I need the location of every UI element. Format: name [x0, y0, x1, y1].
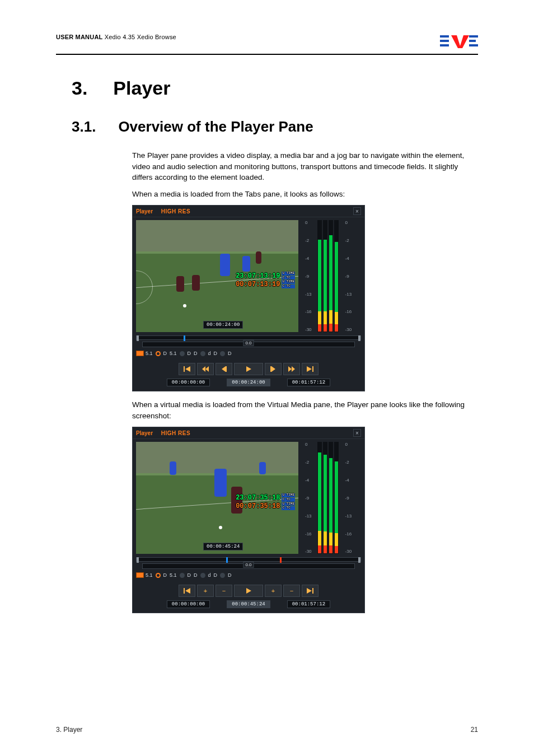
svg-rect-6 — [184, 366, 185, 372]
close-icon: × — [355, 208, 359, 214]
player-pane-virtual-media: Player HIGH RES × — [132, 427, 365, 613]
audio-monitor-toggle[interactable] — [220, 573, 225, 578]
svg-rect-4 — [469, 40, 476, 42]
player-close-button[interactable]: × — [353, 207, 361, 215]
tc-current-field[interactable]: 00:00:24:00 — [227, 379, 270, 386]
paragraph-caption-b: When a virtual media is loaded from the … — [132, 399, 478, 421]
h1-number: 3. — [72, 77, 87, 99]
doc-header-module: Xedio Browse — [137, 34, 176, 40]
goto-start-button[interactable] — [179, 363, 195, 375]
jog-speed-label: 0.0 — [243, 340, 254, 346]
svg-marker-7 — [185, 366, 190, 372]
evs-logo — [440, 34, 478, 48]
svg-marker-10 — [222, 366, 226, 372]
media-bar[interactable] — [136, 557, 361, 562]
svg-rect-11 — [226, 366, 227, 372]
tc-in-field[interactable]: 00:00:00:00 — [167, 600, 210, 608]
video-display[interactable]: 23:07:35:18 U TIMEC TC 00:07:35:18 U TIM… — [136, 442, 298, 554]
burnt-in-timecode: 23:07:35:18 U TIMEC TC 00:07:35:18 U TIM… — [236, 493, 295, 510]
audio-scale-right: 0 -2 -4 -9 -13 -16 -30 — [344, 442, 352, 554]
video-timecode-overlay: 00:00:24:00 — [203, 321, 243, 329]
doc-header-product: Xedio 4.35 — [105, 34, 135, 40]
mark-out-plus-button[interactable]: + — [265, 585, 282, 597]
audio-meters — [317, 442, 339, 554]
tc-out-field[interactable]: 00:01:57:12 — [287, 600, 330, 608]
jog-bar[interactable]: 0.0 — [142, 563, 355, 569]
h2-title: Overview of the Player Pane — [118, 118, 313, 136]
fast-rewind-button[interactable] — [197, 363, 214, 375]
audio-monitor-toggle[interactable] — [200, 351, 205, 356]
video-display[interactable]: 23:07:13:19 U TIMEC TC 00:07:13:19 U TIM… — [136, 220, 298, 332]
player-label: Player — [136, 208, 153, 214]
close-icon: × — [355, 430, 359, 436]
goto-start-button[interactable] — [179, 585, 195, 597]
svg-marker-8 — [202, 366, 205, 372]
transport-controls — [133, 360, 364, 377]
svg-rect-0 — [440, 35, 449, 38]
jog-speed-label: 0.0 — [243, 562, 254, 568]
svg-marker-21 — [246, 588, 251, 594]
transport-controls: + − + − — [133, 581, 364, 599]
svg-marker-9 — [205, 366, 209, 372]
goto-end-button[interactable] — [302, 363, 318, 375]
svg-rect-5 — [469, 44, 478, 46]
media-cut-marker[interactable] — [280, 557, 282, 563]
audio-monitor-toggle[interactable] — [220, 351, 225, 356]
svg-marker-14 — [271, 366, 275, 372]
burnt-in-timecode: 23:07:13:19 U TIMEC TC 00:07:13:19 U TIM… — [236, 272, 295, 288]
svg-rect-1 — [440, 40, 449, 42]
jog-bar[interactable]: 0.0 — [142, 342, 355, 347]
player-res-label: HIGH RES — [161, 208, 190, 214]
svg-rect-13 — [270, 366, 271, 372]
audio-monitor-toggle[interactable] — [156, 573, 161, 578]
step-back-button[interactable] — [216, 363, 232, 375]
mark-in-plus-button[interactable]: + — [197, 585, 214, 597]
audio-selection-row: 5.1 D 5.1 D D d D D — [133, 572, 364, 581]
play-button[interactable] — [234, 585, 263, 597]
video-timecode-overlay: 00:00:45:24 — [203, 543, 243, 550]
svg-rect-3 — [469, 35, 478, 38]
mark-out-minus-button[interactable]: − — [283, 585, 300, 597]
svg-rect-2 — [440, 44, 449, 46]
tc-out-field[interactable]: 00:01:57:12 — [287, 379, 330, 386]
media-bar[interactable] — [136, 335, 361, 340]
media-position-marker[interactable] — [184, 335, 185, 341]
mark-in-minus-button[interactable]: − — [216, 585, 232, 597]
step-fwd-button[interactable] — [265, 363, 282, 375]
audio-meters — [317, 220, 339, 332]
footer-section: 3. Player — [56, 726, 82, 734]
goto-end-button[interactable] — [302, 585, 318, 597]
doc-header: USER MANUAL Xedio 4.35 Xedio Browse — [56, 34, 176, 40]
media-position-marker[interactable] — [226, 557, 228, 563]
audio-monitor-toggle[interactable] — [180, 351, 185, 356]
header-rule — [56, 54, 478, 55]
play-button[interactable] — [234, 363, 263, 375]
svg-rect-19 — [184, 588, 185, 594]
player-close-button[interactable]: × — [353, 429, 361, 437]
svg-rect-18 — [312, 366, 313, 372]
player-res-label: HIGH RES — [161, 430, 190, 436]
tc-current-field[interactable]: 00:00:45:24 — [227, 600, 270, 608]
svg-marker-20 — [185, 588, 190, 594]
audio-selection-row: 5.1 D 5.1 D D d D D — [133, 351, 364, 360]
player-label: Player — [136, 430, 153, 436]
h1-title: Player — [113, 77, 170, 99]
audio-monitor-toggle[interactable] — [156, 351, 161, 356]
svg-marker-12 — [246, 366, 251, 372]
audio-scale-right: 0 -2 -4 -9 -13 -16 -30 — [344, 220, 352, 332]
fast-forward-button[interactable] — [283, 363, 300, 375]
h2-number: 3.1. — [72, 118, 96, 136]
svg-marker-15 — [288, 366, 292, 372]
audio-monitor-toggle[interactable] — [180, 573, 185, 578]
audio-monitor-toggle[interactable] — [200, 573, 205, 578]
audio-scale-left: 0 -2 -4 -9 -13 -16 -30 — [304, 220, 312, 332]
tc-in-field[interactable]: 00:00:00:00 — [167, 379, 210, 386]
svg-rect-23 — [312, 588, 313, 594]
doc-header-prefix: USER MANUAL — [56, 34, 102, 40]
paragraph-caption-a: When a media is loaded from the Tabs pan… — [132, 189, 478, 200]
svg-marker-17 — [307, 366, 312, 372]
player-pane-media: Player HIGH RES × — [132, 205, 365, 391]
paragraph-intro: The Player pane provides a video display… — [132, 150, 478, 183]
footer-page-number: 21 — [471, 726, 478, 734]
svg-marker-22 — [307, 588, 312, 594]
